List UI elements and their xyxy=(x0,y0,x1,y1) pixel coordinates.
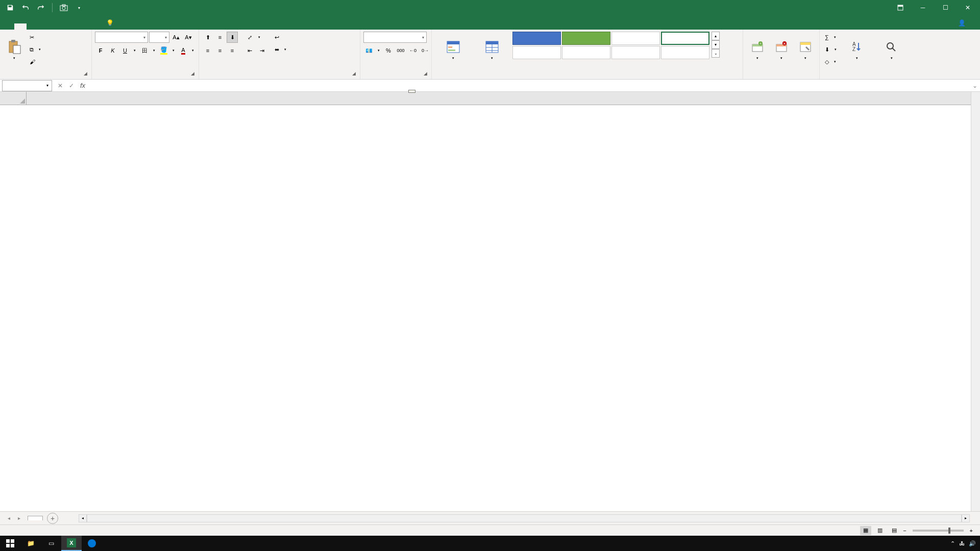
increase-decimal-icon[interactable]: ←0 xyxy=(407,45,419,56)
network-icon[interactable]: 🖧 xyxy=(959,540,965,546)
camera-icon[interactable] xyxy=(58,2,70,14)
undo-icon[interactable] xyxy=(19,2,32,14)
font-launcher-icon[interactable]: ◢ xyxy=(189,71,195,77)
copy-button[interactable]: ⧉▾ xyxy=(28,44,43,55)
borders-button[interactable]: 田 xyxy=(139,45,150,56)
style-akzent6[interactable] xyxy=(562,32,610,45)
horizontal-scrollbar[interactable] xyxy=(87,514,962,522)
clipboard-launcher-icon[interactable]: ◢ xyxy=(82,71,88,77)
alignment-launcher-icon[interactable]: ◢ xyxy=(351,71,357,77)
accounting-format-icon[interactable]: 💶 xyxy=(363,45,375,56)
add-sheet-button[interactable]: + xyxy=(47,513,58,524)
underline-button[interactable]: U xyxy=(119,45,131,56)
wrap-text-button[interactable]: ↩ xyxy=(273,32,288,43)
sheet-nav-prev-icon[interactable]: ◂ xyxy=(4,514,13,523)
comma-format-icon[interactable]: 000 xyxy=(395,45,406,56)
minimize-button[interactable]: ─ xyxy=(913,0,933,15)
tab-formulas[interactable] xyxy=(51,23,63,30)
zoom-out-button[interactable]: − xyxy=(903,528,906,534)
format-as-table-button[interactable]: ▾ xyxy=(474,32,510,67)
merge-center-button[interactable]: ⬌▾ xyxy=(273,44,288,55)
page-layout-view-icon[interactable]: ▥ xyxy=(874,526,886,535)
conditional-formatting-button[interactable]: ▾ xyxy=(435,32,472,67)
number-launcher-icon[interactable]: ◢ xyxy=(422,71,428,77)
sort-filter-button[interactable]: AZ ▾ xyxy=(841,32,873,67)
font-name-combo[interactable]: ▾ xyxy=(95,32,148,43)
fx-icon[interactable]: fx xyxy=(78,81,88,91)
close-button[interactable]: ✕ xyxy=(958,0,978,15)
tab-insert[interactable] xyxy=(27,23,39,30)
redo-icon[interactable] xyxy=(35,2,47,14)
align-bottom-icon[interactable]: ⬇ xyxy=(227,32,238,43)
align-right-icon[interactable]: ≡ xyxy=(227,45,238,56)
tab-view[interactable] xyxy=(88,23,100,30)
start-button[interactable] xyxy=(0,536,20,551)
fill-button[interactable]: ⬇▾ xyxy=(823,44,839,55)
excel-taskbar-icon[interactable]: X xyxy=(61,536,82,551)
sheet-nav-next-icon[interactable]: ▸ xyxy=(14,514,23,523)
decrease-decimal-icon[interactable]: 0→ xyxy=(420,45,431,56)
maximize-button[interactable]: ☐ xyxy=(935,0,955,15)
align-center-icon[interactable]: ≡ xyxy=(214,45,226,56)
fill-color-button[interactable]: 🪣 xyxy=(158,45,169,56)
volume-icon[interactable]: 🔊 xyxy=(969,540,976,547)
hscroll-left-icon[interactable]: ◂ xyxy=(79,514,87,522)
zoom-in-button[interactable]: + xyxy=(970,528,973,534)
clear-button[interactable]: ◇▾ xyxy=(823,56,839,67)
select-all-button[interactable] xyxy=(0,92,27,105)
style-prozent[interactable] xyxy=(512,46,561,59)
share-button[interactable]: 👤 xyxy=(952,16,974,30)
save-icon[interactable] xyxy=(4,2,16,14)
tab-page-layout[interactable] xyxy=(39,23,51,30)
tab-file[interactable] xyxy=(2,23,14,30)
edge-taskbar-icon[interactable] xyxy=(82,536,102,551)
align-middle-icon[interactable]: ≡ xyxy=(214,32,226,43)
enter-formula-icon[interactable]: ✓ xyxy=(66,81,77,91)
delete-cells-button[interactable]: ✕ ▾ xyxy=(770,32,792,67)
page-break-view-icon[interactable]: ▤ xyxy=(889,526,900,535)
style-komma[interactable] xyxy=(661,32,709,45)
gallery-more-icon[interactable]: ⌄ xyxy=(712,49,720,58)
borders-dropdown-icon[interactable]: ▾ xyxy=(151,45,157,56)
tray-up-icon[interactable]: ⌃ xyxy=(950,540,955,547)
find-select-button[interactable]: ▾ xyxy=(875,32,908,67)
font-color-dropdown-icon[interactable]: ▾ xyxy=(190,45,196,56)
cut-button[interactable]: ✂ xyxy=(28,32,43,43)
percent-format-icon[interactable]: % xyxy=(383,45,394,56)
file-explorer-icon[interactable]: 📁 xyxy=(20,536,41,551)
style-waehrung0[interactable] xyxy=(611,46,660,59)
font-color-button[interactable]: A xyxy=(178,45,189,56)
cell-styles-gallery[interactable] xyxy=(512,32,709,59)
align-top-icon[interactable]: ⬆ xyxy=(202,32,213,43)
bold-button[interactable]: F xyxy=(95,45,106,56)
format-cells-button[interactable]: ▾ xyxy=(794,32,816,67)
accounting-dropdown-icon[interactable]: ▾ xyxy=(376,45,382,56)
tab-data[interactable] xyxy=(63,23,76,30)
fill-dropdown-icon[interactable]: ▾ xyxy=(170,45,177,56)
task-view-icon[interactable]: ▭ xyxy=(41,536,61,551)
cancel-formula-icon[interactable]: ✕ xyxy=(55,81,65,91)
increase-font-icon[interactable]: A▴ xyxy=(170,32,182,43)
hscroll-right-icon[interactable]: ▸ xyxy=(962,514,970,522)
orientation-dropdown-icon[interactable]: ▾ xyxy=(256,32,262,43)
gallery-up-icon[interactable]: ▴ xyxy=(712,32,720,40)
ribbon-display-icon[interactable] xyxy=(890,0,911,15)
format-painter-button[interactable]: 🖌 xyxy=(28,56,43,67)
style-akzent5[interactable] xyxy=(512,32,561,45)
insert-cells-button[interactable]: + ▾ xyxy=(746,32,768,67)
increase-indent-icon[interactable]: ⇥ xyxy=(256,45,267,56)
style-waehrung[interactable] xyxy=(562,46,610,59)
orientation-icon[interactable]: ⤢ xyxy=(244,32,255,43)
tab-review[interactable] xyxy=(76,23,88,30)
zoom-slider[interactable] xyxy=(913,530,964,532)
qat-customize-icon[interactable]: ▾ xyxy=(73,2,85,14)
normal-view-icon[interactable]: ▦ xyxy=(860,526,871,535)
style-dezimal[interactable] xyxy=(611,32,660,45)
name-box[interactable]: ▾ xyxy=(2,80,52,91)
gallery-down-icon[interactable]: ▾ xyxy=(712,40,720,49)
italic-button[interactable]: K xyxy=(107,45,118,56)
underline-dropdown-icon[interactable]: ▾ xyxy=(132,45,138,56)
sheet-tab[interactable] xyxy=(28,516,43,520)
paste-button[interactable]: ▾ xyxy=(3,32,26,67)
decrease-font-icon[interactable]: A▾ xyxy=(183,32,194,43)
